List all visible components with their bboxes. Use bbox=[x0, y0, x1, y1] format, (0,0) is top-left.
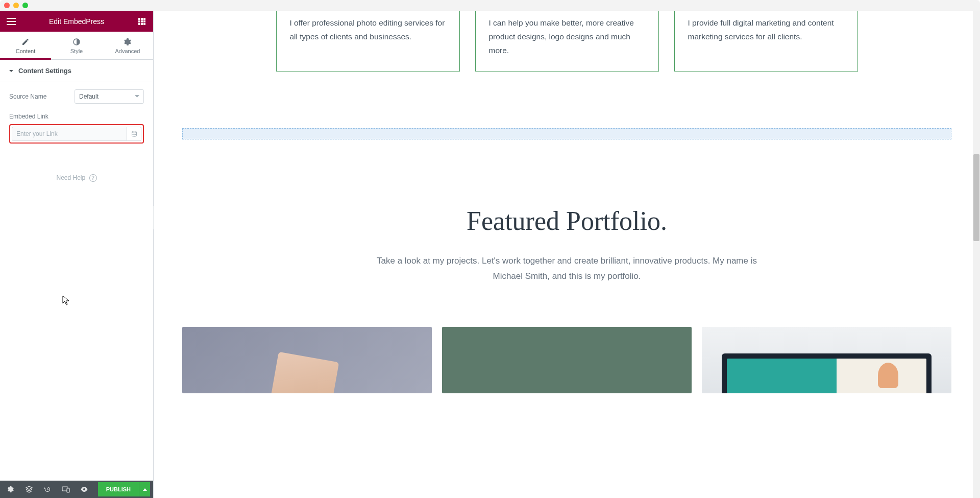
pencil-icon bbox=[21, 38, 30, 46]
service-card[interactable]: I can help you make better, more creativ… bbox=[475, 11, 659, 72]
need-help[interactable]: Need Help ? bbox=[9, 174, 144, 182]
svg-rect-0 bbox=[138, 18, 140, 20]
portfolio-section: Featured Portfolio. Take a look at my pr… bbox=[154, 139, 980, 284]
tab-style[interactable]: Style bbox=[51, 32, 102, 59]
card-text: I can help you make better, more creativ… bbox=[489, 16, 645, 57]
portfolio-subtitle: Take a look at my projects. Let's work t… bbox=[373, 253, 761, 284]
sidebar-header: Edit EmbedPress bbox=[0, 11, 153, 32]
gear-icon bbox=[7, 486, 14, 493]
control-label-embed: Embeded Link bbox=[9, 113, 144, 120]
database-icon bbox=[131, 131, 137, 137]
svg-rect-7 bbox=[141, 23, 143, 25]
scrollbar-thumb[interactable] bbox=[973, 154, 979, 241]
window-minimize-icon[interactable] bbox=[13, 3, 19, 8]
service-card[interactable]: I offer professional photo editing servi… bbox=[276, 11, 460, 72]
layers-icon bbox=[26, 486, 33, 493]
sidebar-title: Edit EmbedPress bbox=[49, 17, 104, 26]
responsive-button[interactable] bbox=[58, 482, 74, 497]
help-icon: ? bbox=[89, 174, 97, 182]
gear-icon bbox=[124, 38, 132, 46]
card-text: I provide full digital marketing and con… bbox=[688, 16, 844, 43]
tab-label: Advanced bbox=[115, 48, 140, 54]
svg-rect-2 bbox=[143, 18, 145, 20]
editor-sidebar: Edit EmbedPress Content Style Advanced bbox=[0, 11, 154, 498]
eye-icon bbox=[80, 486, 88, 492]
svg-rect-5 bbox=[143, 20, 145, 22]
section-title: Content Settings bbox=[18, 67, 71, 75]
portfolio-grid bbox=[154, 284, 980, 393]
services-row: I offer professional photo editing servi… bbox=[154, 11, 980, 72]
service-card[interactable]: I provide full digital marketing and con… bbox=[674, 11, 858, 72]
select-value: Default bbox=[79, 93, 99, 100]
embed-link-highlight bbox=[9, 124, 144, 144]
tab-content[interactable]: Content bbox=[0, 32, 51, 59]
publish-button[interactable]: PUBLISH bbox=[98, 482, 139, 496]
svg-rect-4 bbox=[141, 20, 143, 22]
svg-rect-1 bbox=[141, 18, 143, 20]
sidebar-tabs: Content Style Advanced bbox=[0, 32, 153, 60]
section-content-settings[interactable]: Content Settings bbox=[0, 60, 153, 82]
responsive-icon bbox=[62, 486, 70, 493]
window-titlebar bbox=[0, 0, 980, 11]
embed-link-input[interactable] bbox=[12, 127, 127, 141]
sidebar-panel: Content Settings Source Name Default Emb… bbox=[0, 60, 153, 481]
caret-up-icon bbox=[143, 488, 147, 491]
window-zoom-icon[interactable] bbox=[22, 3, 28, 8]
svg-rect-6 bbox=[138, 23, 140, 25]
history-icon bbox=[44, 486, 51, 493]
chevron-down-icon bbox=[135, 95, 139, 98]
publish-options-button[interactable] bbox=[139, 482, 150, 496]
preview-button[interactable] bbox=[77, 482, 92, 497]
canvas-scrollbar[interactable] bbox=[973, 11, 980, 498]
portfolio-title: Featured Portfolio. bbox=[182, 206, 951, 236]
control-label: Source Name bbox=[9, 93, 46, 100]
navigator-button[interactable] bbox=[21, 482, 37, 497]
dynamic-tags-button[interactable] bbox=[127, 127, 141, 141]
editor-canvas[interactable]: I offer professional photo editing servi… bbox=[154, 11, 980, 498]
widgets-button[interactable] bbox=[135, 14, 149, 29]
portfolio-tile[interactable] bbox=[442, 327, 692, 393]
source-select[interactable]: Default bbox=[75, 89, 144, 104]
svg-point-10 bbox=[132, 131, 136, 133]
svg-rect-3 bbox=[138, 20, 140, 22]
history-button[interactable] bbox=[40, 482, 55, 497]
settings-button[interactable] bbox=[3, 482, 18, 497]
menu-button[interactable] bbox=[4, 14, 18, 29]
svg-rect-8 bbox=[143, 23, 145, 25]
window-close-icon[interactable] bbox=[4, 3, 10, 8]
embed-widget-placeholder[interactable] bbox=[182, 128, 951, 139]
card-text: I offer professional photo editing servi… bbox=[290, 16, 446, 43]
caret-down-icon bbox=[9, 69, 13, 73]
sidebar-bottom-bar: PUBLISH bbox=[0, 481, 153, 498]
portfolio-tile[interactable] bbox=[702, 327, 951, 393]
tab-advanced[interactable]: Advanced bbox=[102, 32, 153, 59]
portfolio-tile[interactable] bbox=[182, 327, 432, 393]
contrast-icon bbox=[72, 38, 81, 46]
svg-rect-12 bbox=[67, 488, 69, 492]
control-source-name: Source Name Default bbox=[9, 89, 144, 104]
embed-section bbox=[154, 128, 980, 139]
tab-label: Style bbox=[70, 48, 83, 54]
tab-label: Content bbox=[16, 48, 36, 54]
